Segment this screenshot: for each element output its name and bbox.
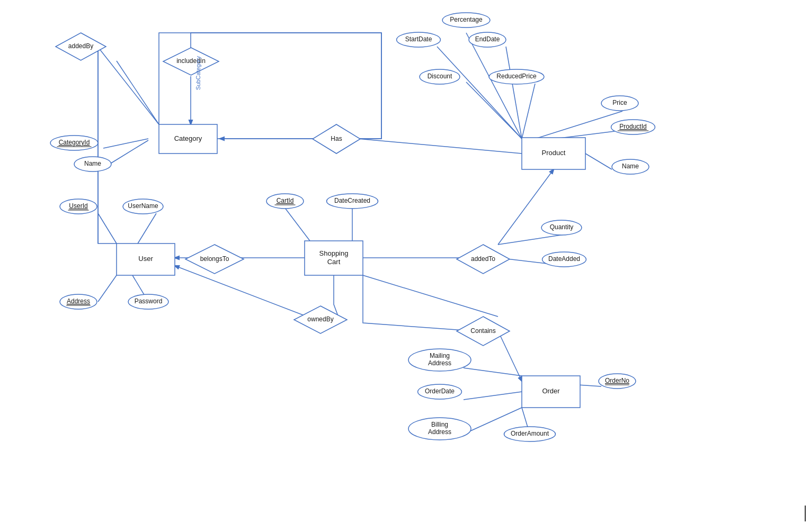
svg-text:OrderAmount: OrderAmount (511, 430, 549, 437)
svg-text:Price: Price (612, 99, 627, 106)
svg-text:ReducedPrice: ReducedPrice (496, 73, 537, 80)
svg-text:Has: Has (331, 135, 342, 142)
svg-line-29 (498, 331, 522, 381)
svg-text:DateCreated: DateCreated (334, 197, 370, 204)
svg-line-31 (464, 368, 522, 376)
svg-text:Order: Order (542, 387, 560, 395)
svg-line-13 (437, 47, 522, 139)
svg-text:Shopping: Shopping (319, 249, 349, 257)
svg-text:Product: Product (542, 149, 566, 157)
svg-text:ProductId: ProductId (619, 123, 646, 130)
svg-text:Password: Password (135, 297, 163, 305)
svg-line-27 (175, 266, 313, 319)
svg-line-12 (466, 33, 522, 139)
svg-text:SubCategory: SubCategory (195, 56, 201, 90)
svg-text:Percentage: Percentage (450, 16, 483, 23)
svg-text:Address: Address (428, 359, 451, 367)
svg-line-0 (103, 139, 148, 148)
svg-text:Mailing: Mailing (430, 352, 450, 359)
svg-text:DateAdded: DateAdded (548, 255, 580, 263)
svg-text:Contains: Contains (470, 327, 495, 335)
svg-line-25 (98, 275, 117, 302)
svg-text:Name: Name (622, 163, 639, 170)
svg-line-5 (358, 139, 522, 154)
diagram-canvas: CategoryProductUserShoppingCartOrderHasa… (0, 0, 810, 532)
svg-text:ownedBy: ownedBy (307, 315, 333, 323)
svg-line-35 (98, 47, 159, 124)
svg-text:Name: Name (84, 160, 101, 167)
svg-text:EndDate: EndDate (475, 35, 500, 43)
svg-text:CategoryId: CategoryId (59, 139, 90, 146)
svg-line-23 (98, 213, 117, 244)
svg-text:UserId: UserId (69, 202, 87, 210)
svg-line-2 (117, 61, 159, 124)
svg-line-21 (498, 235, 564, 245)
svg-text:StartDate: StartDate (405, 35, 432, 43)
svg-line-32 (464, 392, 522, 400)
svg-text:OrderNo: OrderNo (605, 377, 629, 384)
svg-text:UserName: UserName (128, 202, 158, 210)
svg-text:Discount: Discount (428, 73, 452, 80)
svg-text:Category: Category (174, 134, 202, 142)
svg-text:Address: Address (428, 428, 451, 436)
svg-line-9 (585, 154, 612, 169)
svg-text:CartId: CartId (277, 197, 294, 204)
svg-text:Billing: Billing (431, 421, 448, 428)
er-diagram: CategoryProductUserShoppingCartOrderHasa… (0, 0, 810, 532)
svg-text:belongsTo: belongsTo (200, 255, 229, 263)
svg-line-28 (363, 275, 498, 317)
svg-text:User: User (138, 255, 153, 263)
svg-line-11 (522, 84, 535, 139)
svg-text:Address: Address (67, 297, 90, 305)
svg-text:addedTo: addedTo (471, 255, 495, 263)
svg-text:addedBy: addedBy (68, 42, 93, 50)
svg-line-15 (285, 208, 310, 241)
svg-line-20 (498, 169, 554, 245)
svg-text:Cart: Cart (327, 258, 341, 266)
svg-text:OrderDate: OrderDate (425, 387, 455, 395)
svg-text:Quantity: Quantity (550, 223, 574, 231)
svg-line-1 (111, 140, 148, 163)
svg-line-24 (138, 213, 156, 244)
